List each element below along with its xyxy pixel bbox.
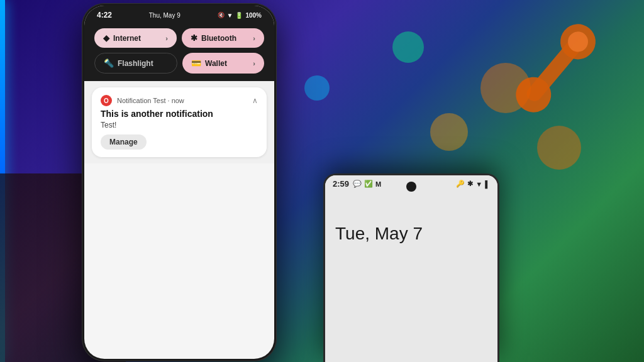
internet-tile[interactable]: ◆ Internet › — [94, 28, 177, 48]
phone2-left-icons: 💬 ✅ M — [353, 180, 381, 188]
wallet-icon: 💳 — [191, 58, 201, 68]
flashlight-tile[interactable]: 🔦 Flashlight — [94, 53, 177, 74]
wallet-tile[interactable]: 💳 Wallet › — [182, 53, 264, 74]
gmail-icon: M — [375, 180, 381, 188]
bokeh-4 — [304, 75, 330, 101]
mute-icon: 🔇 — [218, 12, 225, 18]
notification-app-name: Notification Test · now — [117, 97, 184, 104]
internet-icon: ◆ — [103, 33, 109, 43]
qs-row-2: 🔦 Flashlight 💳 Wallet › — [94, 53, 264, 74]
phone2-content: Tue, May 7 — [325, 192, 497, 254]
phone-main: 4:22 Thu, May 9 🔇 ▼ 🔋 100% ◆ Internet › … — [82, 3, 277, 361]
bokeh-3 — [392, 31, 424, 63]
notification-manage-button[interactable]: Manage — [101, 134, 147, 150]
notification-app-icon: O — [101, 95, 112, 106]
qs-row-1: ◆ Internet › ✱ Bluetooth › — [94, 28, 264, 48]
bluetooth-icon: ✱ — [191, 33, 197, 43]
phone2-bluetooth-icon: ✱ — [467, 180, 473, 188]
messenger-icon: 💬 — [353, 180, 362, 188]
phone-secondary-screen: 2:59 💬 ✅ M 🔑 ✱ ▼ ▌ Tue, May 7 — [325, 175, 497, 362]
status-bar: 4:22 Thu, May 9 🔇 ▼ 🔋 100% — [84, 6, 274, 23]
phone2-camera — [406, 182, 416, 192]
flashlight-label: Flashlight — [118, 59, 153, 68]
flashlight-icon: 🔦 — [104, 58, 114, 68]
notification-area: O Notification Test · now ∧ This is anot… — [84, 81, 274, 163]
bluetooth-tile[interactable]: ✱ Bluetooth › — [182, 28, 264, 48]
bluetooth-label: Bluetooth — [201, 34, 236, 43]
phone2-wifi-icon: ▼ — [475, 180, 482, 188]
bluetooth-arrow: › — [253, 35, 255, 42]
phone2-battery-icon: ▌ — [485, 180, 490, 188]
phone2-right-icons: 🔑 ✱ ▼ ▌ — [456, 180, 490, 188]
wallet-label: Wallet — [205, 59, 227, 68]
notification-title: This is another notification — [101, 109, 258, 119]
internet-label: Internet — [113, 34, 141, 43]
notification-text: Test! — [101, 121, 258, 129]
bokeh-2 — [430, 113, 468, 151]
battery-percent: 100% — [245, 12, 262, 19]
quick-settings-panel: ◆ Internet › ✱ Bluetooth › 🔦 Flashlight … — [84, 23, 274, 81]
notification-card: O Notification Test · now ∧ This is anot… — [92, 87, 267, 157]
status-icons: 🔇 ▼ 🔋 100% — [218, 12, 262, 19]
phone2-time: 2:59 — [333, 179, 349, 189]
phone-main-screen: 4:22 Thu, May 9 🔇 ▼ 🔋 100% ◆ Internet › … — [84, 6, 274, 359]
status-date: Thu, May 9 — [149, 12, 180, 19]
check-icon: ✅ — [364, 180, 373, 188]
internet-arrow: › — [165, 35, 168, 42]
phone-secondary: 2:59 💬 ✅ M 🔑 ✱ ▼ ▌ Tue, May 7 — [323, 173, 499, 362]
battery-icon: 🔋 — [235, 12, 243, 19]
notification-header: O Notification Test · now ∧ — [101, 95, 258, 106]
key-icon: 🔑 — [456, 180, 465, 188]
status-time: 4:22 — [97, 11, 112, 19]
notification-expand-icon[interactable]: ∧ — [252, 96, 258, 105]
wallet-arrow: › — [253, 60, 255, 67]
wifi-icon: ▼ — [227, 12, 233, 19]
phone2-date: Tue, May 7 — [335, 224, 487, 244]
wrench-decoration — [487, 13, 613, 141]
